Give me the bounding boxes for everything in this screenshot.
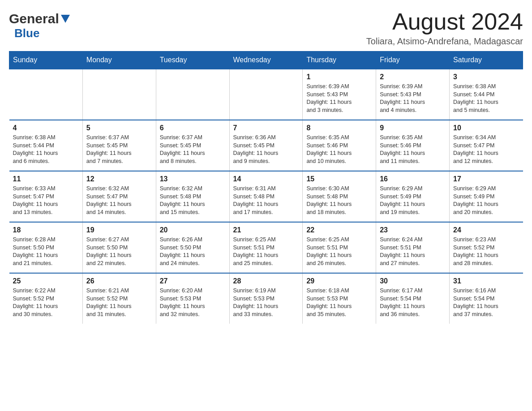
day-info: Sunrise: 6:32 AMSunset: 5:48 PMDaylight:… [160,185,226,216]
month-title: August 2024 [366,9,523,34]
day-number: 22 [306,226,372,234]
calendar-cell [9,69,83,120]
day-info: Sunrise: 6:37 AMSunset: 5:45 PMDaylight:… [160,134,226,165]
day-number: 11 [13,175,79,183]
page-header: General Blue August 2024 Toliara, Atsimo… [9,9,523,47]
day-number: 9 [380,124,446,132]
day-number: 30 [380,277,446,285]
logo-triangle-icon [61,15,70,25]
column-header-saturday: Saturday [450,51,523,69]
day-number: 3 [453,73,519,81]
day-number: 21 [233,226,299,234]
day-info: Sunrise: 6:30 AMSunset: 5:48 PMDaylight:… [306,185,372,216]
day-number: 24 [453,226,519,234]
calendar-cell: 5Sunrise: 6:37 AMSunset: 5:45 PMDaylight… [82,120,156,171]
day-number: 1 [306,73,372,81]
calendar-cell: 18Sunrise: 6:28 AMSunset: 5:50 PMDayligh… [9,222,83,273]
calendar-cell: 24Sunrise: 6:23 AMSunset: 5:52 PMDayligh… [450,222,523,273]
calendar-cell: 23Sunrise: 6:24 AMSunset: 5:51 PMDayligh… [376,222,450,273]
calendar-cell: 10Sunrise: 6:34 AMSunset: 5:47 PMDayligh… [450,120,523,171]
day-info: Sunrise: 6:39 AMSunset: 5:43 PMDaylight:… [306,83,372,114]
calendar-week-row: 1Sunrise: 6:39 AMSunset: 5:43 PMDaylight… [9,69,523,120]
day-info: Sunrise: 6:24 AMSunset: 5:51 PMDaylight:… [380,236,446,267]
calendar-cell: 4Sunrise: 6:38 AMSunset: 5:44 PMDaylight… [9,120,83,171]
calendar-cell: 1Sunrise: 6:39 AMSunset: 5:43 PMDaylight… [303,69,376,120]
day-info: Sunrise: 6:23 AMSunset: 5:52 PMDaylight:… [453,236,519,267]
day-info: Sunrise: 6:25 AMSunset: 5:51 PMDaylight:… [306,236,372,267]
calendar-cell: 16Sunrise: 6:29 AMSunset: 5:49 PMDayligh… [376,171,450,222]
day-info: Sunrise: 6:19 AMSunset: 5:53 PMDaylight:… [233,287,299,318]
day-number: 14 [233,175,299,183]
calendar-cell: 26Sunrise: 6:21 AMSunset: 5:52 PMDayligh… [82,273,156,324]
calendar-cell: 20Sunrise: 6:26 AMSunset: 5:50 PMDayligh… [156,222,229,273]
day-info: Sunrise: 6:35 AMSunset: 5:46 PMDaylight:… [380,134,446,165]
location: Toliara, Atsimo-Andrefana, Madagascar [366,36,523,47]
calendar-cell: 21Sunrise: 6:25 AMSunset: 5:51 PMDayligh… [229,222,303,273]
column-header-tuesday: Tuesday [156,51,229,69]
day-info: Sunrise: 6:26 AMSunset: 5:50 PMDaylight:… [160,236,226,267]
calendar-cell: 19Sunrise: 6:27 AMSunset: 5:50 PMDayligh… [82,222,156,273]
calendar-week-row: 18Sunrise: 6:28 AMSunset: 5:50 PMDayligh… [9,222,523,273]
day-info: Sunrise: 6:17 AMSunset: 5:54 PMDaylight:… [380,287,446,318]
day-number: 4 [13,124,79,132]
day-number: 29 [306,277,372,285]
day-info: Sunrise: 6:20 AMSunset: 5:53 PMDaylight:… [160,287,226,318]
day-number: 6 [160,124,226,132]
calendar-cell: 3Sunrise: 6:38 AMSunset: 5:44 PMDaylight… [450,69,523,120]
svg-marker-0 [61,15,70,23]
column-header-wednesday: Wednesday [229,51,303,69]
calendar-cell: 29Sunrise: 6:18 AMSunset: 5:53 PMDayligh… [303,273,376,324]
day-info: Sunrise: 6:22 AMSunset: 5:52 PMDaylight:… [13,287,79,318]
calendar-cell: 6Sunrise: 6:37 AMSunset: 5:45 PMDaylight… [156,120,229,171]
day-number: 19 [86,226,152,234]
calendar-header-row: SundayMondayTuesdayWednesdayThursdayFrid… [9,51,523,69]
calendar-cell: 12Sunrise: 6:32 AMSunset: 5:47 PMDayligh… [82,171,156,222]
day-number: 5 [86,124,152,132]
day-number: 31 [453,277,519,285]
calendar-cell: 9Sunrise: 6:35 AMSunset: 5:46 PMDaylight… [376,120,450,171]
day-number: 27 [160,277,226,285]
calendar-week-row: 4Sunrise: 6:38 AMSunset: 5:44 PMDaylight… [9,120,523,171]
day-info: Sunrise: 6:29 AMSunset: 5:49 PMDaylight:… [453,185,519,216]
day-number: 28 [233,277,299,285]
day-info: Sunrise: 6:31 AMSunset: 5:48 PMDaylight:… [233,185,299,216]
day-number: 10 [453,124,519,132]
day-number: 26 [86,277,152,285]
day-number: 12 [86,175,152,183]
day-number: 8 [306,124,372,132]
calendar-cell: 2Sunrise: 6:39 AMSunset: 5:43 PMDaylight… [376,69,450,120]
calendar-cell: 11Sunrise: 6:33 AMSunset: 5:47 PMDayligh… [9,171,83,222]
day-info: Sunrise: 6:39 AMSunset: 5:43 PMDaylight:… [380,83,446,114]
day-info: Sunrise: 6:37 AMSunset: 5:45 PMDaylight:… [86,134,152,165]
column-header-monday: Monday [82,51,156,69]
day-number: 15 [306,175,372,183]
day-number: 17 [453,175,519,183]
day-info: Sunrise: 6:25 AMSunset: 5:51 PMDaylight:… [233,236,299,267]
calendar-week-row: 11Sunrise: 6:33 AMSunset: 5:47 PMDayligh… [9,171,523,222]
calendar-cell: 17Sunrise: 6:29 AMSunset: 5:49 PMDayligh… [450,171,523,222]
day-info: Sunrise: 6:18 AMSunset: 5:53 PMDaylight:… [306,287,372,318]
day-info: Sunrise: 6:29 AMSunset: 5:49 PMDaylight:… [380,185,446,216]
day-info: Sunrise: 6:33 AMSunset: 5:47 PMDaylight:… [13,185,79,216]
day-info: Sunrise: 6:21 AMSunset: 5:52 PMDaylight:… [86,287,152,318]
calendar-table: SundayMondayTuesdayWednesdayThursdayFrid… [9,51,523,324]
day-number: 25 [13,277,79,285]
day-info: Sunrise: 6:36 AMSunset: 5:45 PMDaylight:… [233,134,299,165]
calendar-cell [82,69,156,120]
logo-general-text: General [9,11,59,26]
day-number: 20 [160,226,226,234]
calendar-cell [156,69,229,120]
calendar-cell: 30Sunrise: 6:17 AMSunset: 5:54 PMDayligh… [376,273,450,324]
logo: General Blue [9,9,70,40]
calendar-cell: 27Sunrise: 6:20 AMSunset: 5:53 PMDayligh… [156,273,229,324]
day-number: 2 [380,73,446,81]
day-number: 16 [380,175,446,183]
day-info: Sunrise: 6:38 AMSunset: 5:44 PMDaylight:… [13,134,79,165]
calendar-cell: 15Sunrise: 6:30 AMSunset: 5:48 PMDayligh… [303,171,376,222]
day-number: 7 [233,124,299,132]
column-header-friday: Friday [376,51,450,69]
day-info: Sunrise: 6:27 AMSunset: 5:50 PMDaylight:… [86,236,152,267]
calendar-cell: 7Sunrise: 6:36 AMSunset: 5:45 PMDaylight… [229,120,303,171]
title-area: August 2024 Toliara, Atsimo-Andrefana, M… [366,9,523,47]
calendar-cell: 22Sunrise: 6:25 AMSunset: 5:51 PMDayligh… [303,222,376,273]
